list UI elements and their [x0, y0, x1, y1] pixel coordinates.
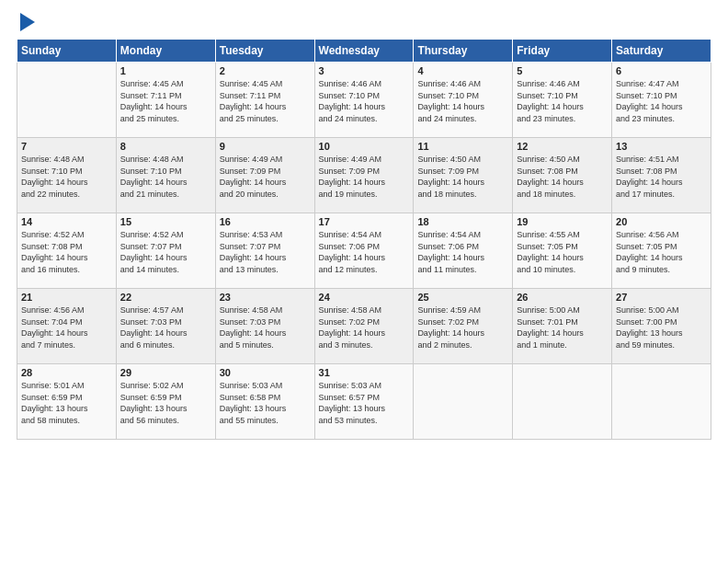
day-number: 6 — [616, 65, 707, 76]
day-cell: 14Sunrise: 4:52 AM Sunset: 7:08 PM Dayli… — [17, 213, 117, 289]
day-info: Sunrise: 4:45 AM Sunset: 7:11 PM Dayligh… — [220, 78, 311, 124]
day-cell: 23Sunrise: 4:58 AM Sunset: 7:03 PM Dayli… — [215, 289, 314, 364]
day-cell: 12Sunrise: 4:50 AM Sunset: 7:08 PM Dayli… — [513, 138, 612, 213]
day-cell — [612, 364, 711, 440]
week-row-3: 14Sunrise: 4:52 AM Sunset: 7:08 PM Dayli… — [17, 213, 711, 289]
day-number: 10 — [319, 141, 410, 152]
day-info: Sunrise: 4:49 AM Sunset: 7:09 PM Dayligh… — [220, 154, 311, 200]
day-info: Sunrise: 4:59 AM Sunset: 7:02 PM Dayligh… — [417, 304, 508, 350]
day-info: Sunrise: 4:47 AM Sunset: 7:10 PM Dayligh… — [616, 78, 707, 124]
day-info: Sunrise: 5:01 AM Sunset: 6:59 PM Dayligh… — [21, 380, 112, 426]
day-number: 5 — [517, 65, 608, 76]
day-cell: 1Sunrise: 4:45 AM Sunset: 7:11 PM Daylig… — [116, 63, 215, 138]
day-number: 8 — [120, 141, 211, 152]
day-cell: 26Sunrise: 5:00 AM Sunset: 7:01 PM Dayli… — [513, 289, 612, 364]
day-info: Sunrise: 4:55 AM Sunset: 7:05 PM Dayligh… — [517, 229, 608, 275]
day-cell: 28Sunrise: 5:01 AM Sunset: 6:59 PM Dayli… — [17, 364, 117, 440]
day-info: Sunrise: 4:56 AM Sunset: 7:04 PM Dayligh… — [21, 304, 112, 350]
day-cell: 27Sunrise: 5:00 AM Sunset: 7:00 PM Dayli… — [612, 289, 711, 364]
day-info: Sunrise: 5:03 AM Sunset: 6:57 PM Dayligh… — [319, 380, 410, 426]
day-number: 19 — [517, 216, 608, 227]
day-cell: 13Sunrise: 4:51 AM Sunset: 7:08 PM Dayli… — [612, 138, 711, 213]
day-cell: 15Sunrise: 4:52 AM Sunset: 7:07 PM Dayli… — [116, 213, 215, 289]
day-cell: 25Sunrise: 4:59 AM Sunset: 7:02 PM Dayli… — [414, 289, 513, 364]
header-cell-wednesday: Wednesday — [314, 40, 414, 63]
day-number: 7 — [21, 141, 112, 152]
day-info: Sunrise: 4:53 AM Sunset: 7:07 PM Dayligh… — [220, 229, 311, 275]
day-info: Sunrise: 4:58 AM Sunset: 7:02 PM Dayligh… — [319, 304, 410, 350]
day-info: Sunrise: 4:52 AM Sunset: 7:08 PM Dayligh… — [21, 229, 112, 275]
day-number: 26 — [517, 292, 608, 303]
day-cell: 9Sunrise: 4:49 AM Sunset: 7:09 PM Daylig… — [215, 138, 314, 213]
day-number: 28 — [21, 367, 112, 378]
day-cell — [513, 364, 612, 440]
header-cell-friday: Friday — [513, 40, 612, 63]
header-cell-thursday: Thursday — [414, 40, 513, 63]
header — [17, 17, 711, 31]
day-number: 13 — [616, 141, 707, 152]
day-info: Sunrise: 4:45 AM Sunset: 7:11 PM Dayligh… — [120, 78, 211, 124]
day-info: Sunrise: 4:48 AM Sunset: 7:10 PM Dayligh… — [21, 154, 112, 200]
header-cell-saturday: Saturday — [612, 40, 711, 63]
day-info: Sunrise: 4:51 AM Sunset: 7:08 PM Dayligh… — [616, 154, 707, 200]
day-number: 9 — [220, 141, 311, 152]
day-cell: 19Sunrise: 4:55 AM Sunset: 7:05 PM Dayli… — [513, 213, 612, 289]
day-number: 12 — [517, 141, 608, 152]
day-number: 24 — [319, 292, 410, 303]
day-cell: 3Sunrise: 4:46 AM Sunset: 7:10 PM Daylig… — [314, 63, 414, 138]
logo-arrow-icon — [20, 13, 35, 31]
day-info: Sunrise: 4:52 AM Sunset: 7:07 PM Dayligh… — [120, 229, 211, 275]
day-cell: 6Sunrise: 4:47 AM Sunset: 7:10 PM Daylig… — [612, 63, 711, 138]
day-number: 15 — [120, 216, 211, 227]
day-cell — [17, 63, 117, 138]
day-info: Sunrise: 4:48 AM Sunset: 7:10 PM Dayligh… — [120, 154, 211, 200]
day-info: Sunrise: 5:00 AM Sunset: 7:00 PM Dayligh… — [616, 304, 707, 350]
day-info: Sunrise: 4:46 AM Sunset: 7:10 PM Dayligh… — [319, 78, 410, 124]
day-number: 31 — [319, 367, 410, 378]
day-cell: 17Sunrise: 4:54 AM Sunset: 7:06 PM Dayli… — [314, 213, 414, 289]
day-number: 16 — [220, 216, 311, 227]
week-row-5: 28Sunrise: 5:01 AM Sunset: 6:59 PM Dayli… — [17, 364, 711, 440]
day-number: 14 — [21, 216, 112, 227]
day-info: Sunrise: 4:46 AM Sunset: 7:10 PM Dayligh… — [517, 78, 608, 124]
day-number: 30 — [220, 367, 311, 378]
day-info: Sunrise: 5:03 AM Sunset: 6:58 PM Dayligh… — [220, 380, 311, 426]
day-cell: 18Sunrise: 4:54 AM Sunset: 7:06 PM Dayli… — [414, 213, 513, 289]
day-cell: 20Sunrise: 4:56 AM Sunset: 7:05 PM Dayli… — [612, 213, 711, 289]
day-info: Sunrise: 4:58 AM Sunset: 7:03 PM Dayligh… — [220, 304, 311, 350]
header-cell-tuesday: Tuesday — [215, 40, 314, 63]
week-row-4: 21Sunrise: 4:56 AM Sunset: 7:04 PM Dayli… — [17, 289, 711, 364]
day-number: 27 — [616, 292, 707, 303]
day-number: 22 — [120, 292, 211, 303]
day-cell: 16Sunrise: 4:53 AM Sunset: 7:07 PM Dayli… — [215, 213, 314, 289]
day-info: Sunrise: 4:49 AM Sunset: 7:09 PM Dayligh… — [319, 154, 410, 200]
day-cell: 2Sunrise: 4:45 AM Sunset: 7:11 PM Daylig… — [215, 63, 314, 138]
day-info: Sunrise: 4:57 AM Sunset: 7:03 PM Dayligh… — [120, 304, 211, 350]
day-info: Sunrise: 4:50 AM Sunset: 7:08 PM Dayligh… — [517, 154, 608, 200]
page: SundayMondayTuesdayWednesdayThursdayFrid… — [0, 0, 728, 563]
day-info: Sunrise: 4:46 AM Sunset: 7:10 PM Dayligh… — [417, 78, 508, 124]
day-cell: 5Sunrise: 4:46 AM Sunset: 7:10 PM Daylig… — [513, 63, 612, 138]
day-cell: 24Sunrise: 4:58 AM Sunset: 7:02 PM Dayli… — [314, 289, 414, 364]
header-row: SundayMondayTuesdayWednesdayThursdayFrid… — [17, 40, 711, 63]
day-number: 18 — [417, 216, 508, 227]
week-row-1: 1Sunrise: 4:45 AM Sunset: 7:11 PM Daylig… — [17, 63, 711, 138]
day-number: 1 — [120, 65, 211, 76]
header-cell-monday: Monday — [116, 40, 215, 63]
day-number: 17 — [319, 216, 410, 227]
day-cell: 31Sunrise: 5:03 AM Sunset: 6:57 PM Dayli… — [314, 364, 414, 440]
day-cell: 10Sunrise: 4:49 AM Sunset: 7:09 PM Dayli… — [314, 138, 414, 213]
day-cell: 22Sunrise: 4:57 AM Sunset: 7:03 PM Dayli… — [116, 289, 215, 364]
day-info: Sunrise: 5:00 AM Sunset: 7:01 PM Dayligh… — [517, 304, 608, 350]
day-number: 4 — [417, 65, 508, 76]
week-row-2: 7Sunrise: 4:48 AM Sunset: 7:10 PM Daylig… — [17, 138, 711, 213]
day-number: 25 — [417, 292, 508, 303]
day-number: 20 — [616, 216, 707, 227]
day-cell: 29Sunrise: 5:02 AM Sunset: 6:59 PM Dayli… — [116, 364, 215, 440]
day-info: Sunrise: 4:54 AM Sunset: 7:06 PM Dayligh… — [417, 229, 508, 275]
day-cell: 21Sunrise: 4:56 AM Sunset: 7:04 PM Dayli… — [17, 289, 117, 364]
day-info: Sunrise: 4:54 AM Sunset: 7:06 PM Dayligh… — [319, 229, 410, 275]
day-cell: 11Sunrise: 4:50 AM Sunset: 7:09 PM Dayli… — [414, 138, 513, 213]
day-info: Sunrise: 4:56 AM Sunset: 7:05 PM Dayligh… — [616, 229, 707, 275]
day-number: 3 — [319, 65, 410, 76]
